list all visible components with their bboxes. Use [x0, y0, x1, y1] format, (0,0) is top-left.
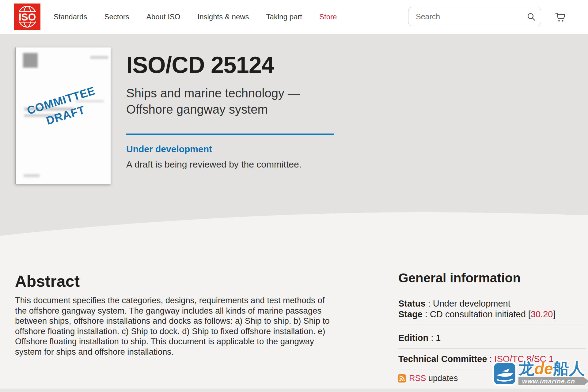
abstract-heading: Abstract	[15, 272, 80, 290]
accent-divider	[126, 134, 334, 135]
info-divider	[398, 325, 586, 325]
rss-icon[interactable]	[398, 374, 406, 383]
development-status-description: A draft is being reviewed by the committ…	[126, 159, 302, 170]
search-input[interactable]	[408, 7, 529, 26]
thumbnail-blur-logo	[23, 53, 38, 68]
iso-logo[interactable]: ISO	[14, 3, 40, 30]
standard-subtitle: Ships and marine technology — Offshore g…	[126, 85, 325, 118]
rss-suffix: updates	[428, 374, 458, 383]
cart-icon[interactable]	[554, 10, 567, 23]
edition-label: Edition	[398, 333, 428, 343]
stage-code-link[interactable]: 30.20	[531, 309, 553, 319]
imarine-site-url: www.imarine.cn	[518, 377, 588, 385]
iso-standard-page: ISO Standards Sectors About ISO Insights…	[0, 0, 588, 392]
thumbnail-blur-header	[90, 56, 108, 59]
nav-item-store[interactable]: Store	[319, 13, 337, 21]
imarine-watermark-text: 龙de船人 www.imarine.cn	[518, 360, 588, 386]
imarine-ship-logo-icon	[493, 361, 517, 386]
search-box[interactable]	[408, 7, 541, 26]
status-value: Under development	[433, 299, 510, 308]
rss-label[interactable]: RSS	[409, 374, 426, 383]
nav-item-sectors[interactable]: Sectors	[104, 13, 129, 21]
edition-value: 1	[436, 333, 441, 343]
svg-text:ISO: ISO	[19, 11, 36, 23]
stage-label: Stage	[398, 309, 423, 319]
document-thumbnail[interactable]: COMMITTEE DRAFT	[15, 47, 111, 184]
search-icon[interactable]	[526, 12, 536, 21]
development-status: Under development	[126, 144, 212, 154]
info-divider	[398, 348, 586, 349]
edition-row: Edition:1	[398, 333, 441, 343]
bottom-strip	[0, 389, 588, 392]
stage-row: Stage:CD consultation initiated [30.20]	[398, 309, 556, 319]
page-title: ISO/CD 25124	[126, 51, 274, 78]
nav-item-taking-part[interactable]: Taking part	[266, 13, 302, 21]
stage-value: CD consultation initiated	[430, 309, 526, 319]
thumbnail-blur-footer-line	[24, 174, 40, 177]
status-label: Status	[398, 299, 426, 308]
nav-item-insights-news[interactable]: Insights & news	[198, 13, 249, 21]
rss-updates-link[interactable]: RSS updates	[398, 374, 458, 383]
abstract-text: This document specifies the categories, …	[15, 295, 336, 357]
top-navigation-bar: ISO Standards Sectors About ISO Insights…	[0, 0, 588, 34]
nav-item-standards[interactable]: Standards	[54, 13, 87, 21]
status-row: Status:Under development	[398, 299, 510, 309]
imarine-watermark: 龙de船人 www.imarine.cn	[493, 360, 588, 386]
general-information-heading: General information	[398, 271, 521, 285]
main-nav: Standards Sectors About ISO Insights & n…	[54, 0, 337, 34]
technical-committee-label: Technical Committee	[398, 354, 487, 364]
nav-item-about-iso[interactable]: About ISO	[146, 13, 180, 21]
committee-draft-watermark: COMMITTEE DRAFT	[15, 80, 112, 136]
thumbnail-spine	[15, 47, 16, 184]
